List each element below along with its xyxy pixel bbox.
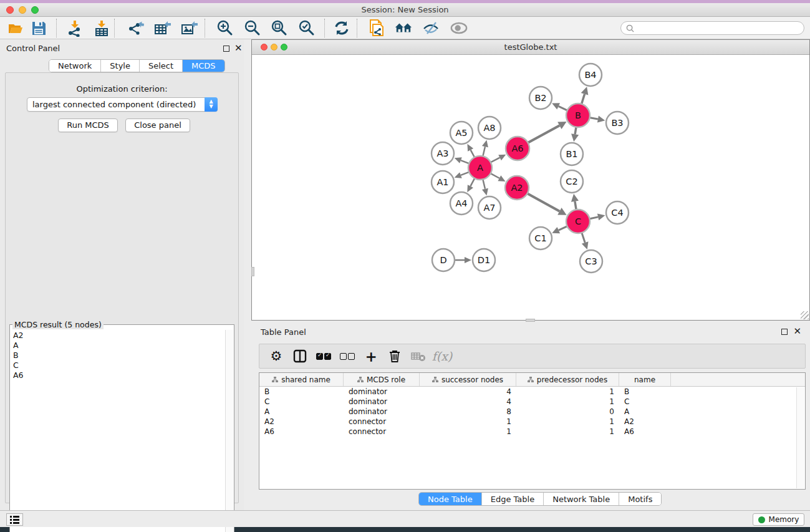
cell-MCDS-role[interactable]: dominator bbox=[344, 407, 420, 417]
cell-predecessor-nodes[interactable]: 0 bbox=[516, 407, 619, 417]
mcds-result-item[interactable]: B bbox=[13, 351, 224, 360]
show-all-icon[interactable] bbox=[450, 19, 468, 37]
table-settings-icon[interactable]: ⚙ bbox=[266, 347, 287, 365]
cell-name[interactable]: A2 bbox=[619, 417, 671, 427]
zoom-network-button[interactable] bbox=[281, 44, 287, 51]
open-file-icon[interactable] bbox=[7, 19, 24, 37]
table-scrollbar[interactable] bbox=[796, 387, 804, 488]
close-network-button[interactable] bbox=[261, 44, 268, 51]
task-history-button[interactable] bbox=[6, 513, 23, 526]
deselect-all-checkboxes-icon[interactable] bbox=[337, 347, 358, 365]
cell-name[interactable]: C bbox=[619, 397, 671, 407]
save-session-icon[interactable] bbox=[30, 19, 47, 37]
close-table-panel-icon[interactable]: ✕ bbox=[793, 326, 801, 337]
cell-shared-name[interactable]: C bbox=[259, 397, 344, 407]
split-columns-icon[interactable] bbox=[289, 347, 311, 365]
tab-mcds[interactable]: MCDS bbox=[183, 60, 224, 72]
tab-node-table[interactable]: Node Table bbox=[419, 493, 482, 505]
mcds-result-item[interactable]: A2 bbox=[13, 331, 224, 341]
edge-A6-B[interactable] bbox=[527, 125, 559, 143]
mcds-result-item[interactable]: A6 bbox=[13, 370, 224, 380]
mcds-result-list[interactable]: A2ABCA6 bbox=[11, 331, 224, 532]
delete-table-icon[interactable] bbox=[408, 347, 429, 365]
close-panel-icon[interactable]: ✕ bbox=[234, 42, 243, 54]
mcds-result-item[interactable]: C bbox=[13, 360, 224, 370]
cell-shared-name[interactable]: A2 bbox=[259, 417, 344, 427]
table-row[interactable]: A2connector11A2 bbox=[259, 417, 805, 427]
cell-MCDS-role[interactable]: dominator bbox=[344, 397, 420, 407]
network-window-titlebar[interactable]: testGlobe.txt bbox=[252, 40, 809, 55]
edge-A2-C[interactable] bbox=[526, 193, 560, 211]
cell-successor-nodes[interactable]: 1 bbox=[420, 417, 516, 427]
cell-successor-nodes[interactable]: 8 bbox=[420, 407, 516, 417]
table-row[interactable]: Bdominator41B bbox=[259, 387, 805, 397]
table-row[interactable]: Adominator80A bbox=[259, 407, 805, 417]
zoom-out-icon[interactable] bbox=[244, 19, 261, 37]
resize-grip-icon[interactable] bbox=[801, 311, 809, 319]
close-panel-button[interactable]: Close panel bbox=[125, 118, 190, 132]
zoom-fit-icon[interactable] bbox=[271, 19, 288, 37]
tab-select[interactable]: Select bbox=[140, 60, 183, 72]
cell-predecessor-nodes[interactable]: 1 bbox=[516, 387, 619, 397]
hide-selected-icon[interactable] bbox=[422, 19, 440, 37]
cell-MCDS-role[interactable]: connector bbox=[344, 417, 420, 427]
node-table[interactable]: shared nameMCDS rolesuccessor nodesprede… bbox=[259, 372, 806, 490]
cell-successor-nodes[interactable]: 4 bbox=[420, 387, 516, 397]
select-all-checkboxes-icon[interactable] bbox=[313, 347, 334, 365]
network-canvas[interactable]: AA1A2A3A4A5A6A7A8BB1B2B3B4CC1C2C3C4DD1 bbox=[252, 55, 809, 320]
delete-rows-icon[interactable] bbox=[384, 347, 405, 365]
column-header-MCDS-role[interactable]: MCDS role bbox=[344, 373, 420, 386]
column-header-shared-name[interactable]: shared name bbox=[259, 373, 344, 386]
zoom-selected-icon[interactable] bbox=[298, 19, 316, 37]
cell-shared-name[interactable]: A bbox=[259, 407, 344, 417]
column-header-predecessor-nodes[interactable]: predecessor nodes bbox=[516, 373, 619, 386]
zoom-in-icon[interactable] bbox=[216, 19, 234, 37]
pane-handle-left[interactable] bbox=[251, 267, 254, 276]
cell-name[interactable]: A bbox=[619, 407, 671, 417]
cell-shared-name[interactable]: B bbox=[259, 387, 344, 397]
table-row[interactable]: Cdominator41C bbox=[259, 397, 805, 407]
mcds-result-item[interactable]: A bbox=[13, 341, 224, 351]
table-row[interactable]: A6connector11A6 bbox=[259, 427, 805, 437]
tab-network[interactable]: Network bbox=[49, 60, 101, 72]
import-network-icon[interactable] bbox=[66, 19, 84, 37]
memory-button[interactable]: Memory bbox=[753, 513, 804, 526]
cell-MCDS-role[interactable]: dominator bbox=[344, 387, 420, 397]
import-table-icon[interactable] bbox=[93, 19, 110, 37]
zoom-window-button[interactable] bbox=[31, 6, 39, 14]
cell-name[interactable]: B bbox=[619, 387, 671, 397]
function-builder-icon[interactable]: f(x) bbox=[432, 347, 453, 365]
column-header-name[interactable]: name bbox=[619, 373, 671, 386]
add-row-icon[interactable]: ＋ bbox=[360, 347, 382, 365]
export-image-icon[interactable] bbox=[181, 19, 198, 37]
duplicate-network-icon[interactable] bbox=[368, 19, 385, 37]
column-header-successor-nodes[interactable]: successor nodes bbox=[420, 373, 516, 386]
cell-predecessor-nodes[interactable]: 1 bbox=[516, 397, 619, 407]
refresh-icon[interactable] bbox=[333, 19, 350, 37]
minimize-window-button[interactable] bbox=[19, 6, 26, 14]
float-table-panel-icon[interactable] bbox=[781, 329, 788, 335]
first-neighbors-icon[interactable] bbox=[395, 19, 412, 37]
run-mcds-button[interactable]: Run MCDS bbox=[58, 118, 118, 132]
tab-motifs[interactable]: Motifs bbox=[619, 493, 661, 505]
pane-handle-bottom[interactable] bbox=[526, 319, 535, 322]
search-input[interactable] bbox=[637, 24, 804, 32]
float-panel-icon[interactable] bbox=[223, 46, 229, 52]
close-window-button[interactable] bbox=[6, 6, 14, 14]
cell-predecessor-nodes[interactable]: 1 bbox=[516, 427, 619, 437]
cell-successor-nodes[interactable]: 1 bbox=[420, 427, 516, 437]
export-network-icon[interactable] bbox=[127, 19, 145, 37]
export-table-icon[interactable] bbox=[154, 19, 171, 37]
cell-name[interactable]: A6 bbox=[619, 427, 671, 437]
cell-predecessor-nodes[interactable]: 1 bbox=[516, 417, 619, 427]
tab-network-table[interactable]: Network Table bbox=[544, 493, 619, 505]
tab-style[interactable]: Style bbox=[101, 60, 140, 72]
tab-edge-table[interactable]: Edge Table bbox=[482, 493, 544, 505]
mcds-result-scrollbar[interactable] bbox=[225, 330, 233, 532]
minimize-network-button[interactable] bbox=[271, 44, 277, 51]
optimization-criterion-select[interactable]: largest connected component (directed) ▲… bbox=[27, 97, 218, 112]
cell-successor-nodes[interactable]: 4 bbox=[420, 397, 516, 407]
cell-shared-name[interactable]: A6 bbox=[259, 427, 344, 437]
cell-MCDS-role[interactable]: connector bbox=[344, 427, 420, 437]
search-field[interactable] bbox=[620, 21, 804, 35]
